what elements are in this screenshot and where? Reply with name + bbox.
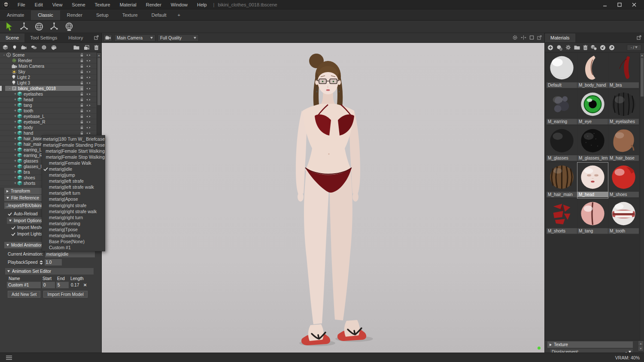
eye-icon[interactable] bbox=[86, 131, 91, 135]
split-view-icon[interactable] bbox=[521, 35, 526, 40]
menu-help[interactable]: Help bbox=[192, 2, 212, 7]
tree-expander[interactable]: + bbox=[13, 175, 17, 180]
eye-icon[interactable] bbox=[86, 120, 91, 124]
animation-menu-item[interactable]: metarig|right strafe bbox=[42, 202, 105, 208]
scroll-up-icon[interactable]: ▲ bbox=[638, 341, 643, 346]
material-m_hair_main[interactable]: M_hair_main bbox=[547, 163, 577, 198]
tab-tool-settings[interactable]: Tool Settings bbox=[24, 33, 63, 42]
tree-row-body[interactable]: +body bbox=[0, 125, 96, 130]
add-mesh-icon[interactable] bbox=[41, 45, 47, 50]
duplicate-material-icon[interactable] bbox=[556, 45, 562, 51]
save-icon[interactable] bbox=[609, 45, 615, 51]
material-m_eyelashes[interactable]: M_eyelashes bbox=[608, 90, 639, 125]
tree-expander[interactable]: + bbox=[13, 153, 17, 157]
lock-icon[interactable] bbox=[80, 131, 84, 135]
materials-scrollbar[interactable]: ▲ bbox=[640, 53, 644, 340]
section-animation-set-editor[interactable]: Animation Set Editor bbox=[5, 268, 94, 275]
eye-icon[interactable] bbox=[86, 70, 91, 74]
workspace-tab-texture[interactable]: Texture bbox=[115, 10, 145, 20]
duplicate-icon[interactable] bbox=[84, 45, 90, 50]
animation-menu-item[interactable]: metarig|Female Stop Walking bbox=[42, 154, 105, 160]
new-material-icon[interactable] bbox=[547, 45, 553, 51]
tree-expander[interactable]: + bbox=[13, 142, 17, 146]
tree-expander[interactable]: + bbox=[13, 159, 17, 163]
workspace-tab--[interactable]: + bbox=[173, 10, 185, 20]
tree-expander[interactable]: + bbox=[13, 136, 17, 141]
material-m_shoes[interactable]: M_shoes bbox=[608, 163, 639, 198]
lock-icon[interactable] bbox=[80, 103, 84, 107]
displacement-row[interactable]: Displacement:- bbox=[550, 349, 633, 353]
eye-icon[interactable] bbox=[86, 92, 91, 96]
animation-menu-item[interactable]: metarig|Tpose bbox=[42, 226, 105, 232]
eye-icon[interactable] bbox=[86, 59, 91, 63]
tree-row-eyebase-r[interactable]: +eyebase_R bbox=[0, 119, 96, 125]
tree-row-head[interactable]: +head bbox=[0, 97, 96, 103]
material-m_glasses_lens[interactable]: M_glasses_lens bbox=[577, 126, 608, 162]
tree-expander[interactable]: + bbox=[13, 92, 17, 96]
viewport-canvas[interactable] bbox=[102, 43, 544, 353]
rotate-tool-icon[interactable] bbox=[33, 21, 45, 32]
add-new-set-button[interactable]: Add New Set bbox=[8, 291, 40, 298]
tree-expander[interactable]: + bbox=[13, 125, 17, 130]
animation-menu-item[interactable]: metarig|left strafe bbox=[42, 178, 105, 184]
animation-menu-item[interactable]: metarig|right strafe walk bbox=[42, 208, 105, 214]
tab-materials[interactable]: Materials bbox=[545, 33, 575, 42]
eye-icon[interactable] bbox=[86, 115, 91, 118]
playback-speed-input[interactable]: 1.0 bbox=[45, 259, 62, 265]
material-m_shorts[interactable]: M_shorts bbox=[547, 199, 577, 235]
animation-menu-item[interactable]: metarig|running bbox=[42, 220, 105, 226]
animation-menu-item[interactable]: metarig|Female Standing Pose bbox=[42, 142, 105, 148]
tree-expander[interactable]: + bbox=[13, 109, 17, 113]
tree-row-tang[interactable]: +tang bbox=[0, 103, 96, 108]
material-default[interactable]: Default bbox=[547, 53, 577, 89]
eye-icon[interactable] bbox=[86, 87, 91, 90]
lock-icon[interactable] bbox=[80, 81, 84, 85]
hamburger-menu-icon[interactable] bbox=[6, 356, 12, 360]
tree-row-scene[interactable]: -Scene bbox=[0, 52, 96, 58]
add-light-icon[interactable] bbox=[12, 45, 17, 50]
tree-expander[interactable]: + bbox=[13, 131, 17, 135]
set-end-input[interactable]: 5 bbox=[56, 282, 69, 288]
workspace-tab-render[interactable]: Render bbox=[60, 10, 89, 20]
eye-icon[interactable] bbox=[86, 109, 91, 113]
current-animation-select[interactable]: metarig|idle bbox=[45, 251, 95, 257]
scale-tool-icon[interactable] bbox=[49, 21, 60, 32]
tree-expander[interactable]: + bbox=[13, 148, 17, 152]
apply-to-mesh-icon[interactable] bbox=[591, 45, 597, 50]
animation-menu-item[interactable]: metarig|Apose bbox=[42, 196, 105, 202]
texture-scrollbar[interactable]: ▲▼ bbox=[638, 341, 643, 352]
tree-row-light-3[interactable]: Light 3 bbox=[0, 80, 96, 86]
workspace-tab-setup[interactable]: Setup bbox=[89, 10, 115, 20]
animation-menu-item[interactable]: metarig|jump bbox=[42, 172, 105, 178]
tree-row-eyelashes[interactable]: +eyelashes bbox=[0, 91, 96, 97]
folder-icon[interactable] bbox=[73, 45, 79, 50]
animation-menu-item[interactable]: metarig|Female Walk bbox=[42, 160, 105, 166]
menu-file[interactable]: File bbox=[13, 2, 30, 7]
menu-scene[interactable]: Scene bbox=[67, 2, 90, 7]
delete-icon[interactable] bbox=[94, 45, 99, 50]
folder-icon[interactable] bbox=[574, 45, 580, 50]
material-m_eye[interactable]: M_eye bbox=[577, 90, 608, 125]
material-m_bra[interactable]: M_bra bbox=[608, 53, 639, 89]
lock-icon[interactable] bbox=[80, 69, 84, 74]
tree-expander[interactable]: + bbox=[13, 164, 17, 169]
viewport-settings-gear-icon[interactable] bbox=[512, 35, 518, 40]
lock-icon[interactable] bbox=[80, 64, 84, 68]
maximize-view-icon[interactable] bbox=[529, 35, 534, 40]
add-camera-icon[interactable] bbox=[21, 45, 27, 50]
lock-icon[interactable] bbox=[80, 109, 84, 113]
animation-menu-item[interactable]: metarig|Female Start Walking bbox=[42, 148, 105, 154]
delete-set-icon[interactable]: ✕ bbox=[83, 283, 87, 287]
section-texture[interactable]: Texture bbox=[547, 341, 633, 348]
animation-menu-item[interactable]: metarig|180 Turn W_ Briefcase bbox=[42, 136, 105, 142]
material-m_head[interactable]: M_head bbox=[577, 163, 608, 198]
maximize-icon[interactable] bbox=[614, 1, 625, 9]
eye-icon[interactable] bbox=[86, 53, 91, 57]
material-m_glasses[interactable]: M_glasses bbox=[547, 126, 577, 162]
tree-row-sky[interactable]: Sky bbox=[0, 69, 96, 75]
workspace-tab-default[interactable]: Default bbox=[145, 10, 173, 20]
menu-texture[interactable]: Texture bbox=[90, 2, 115, 7]
lock-icon[interactable] bbox=[80, 114, 84, 118]
load-icon[interactable] bbox=[600, 45, 606, 51]
tree-expander[interactable]: - bbox=[8, 86, 12, 90]
